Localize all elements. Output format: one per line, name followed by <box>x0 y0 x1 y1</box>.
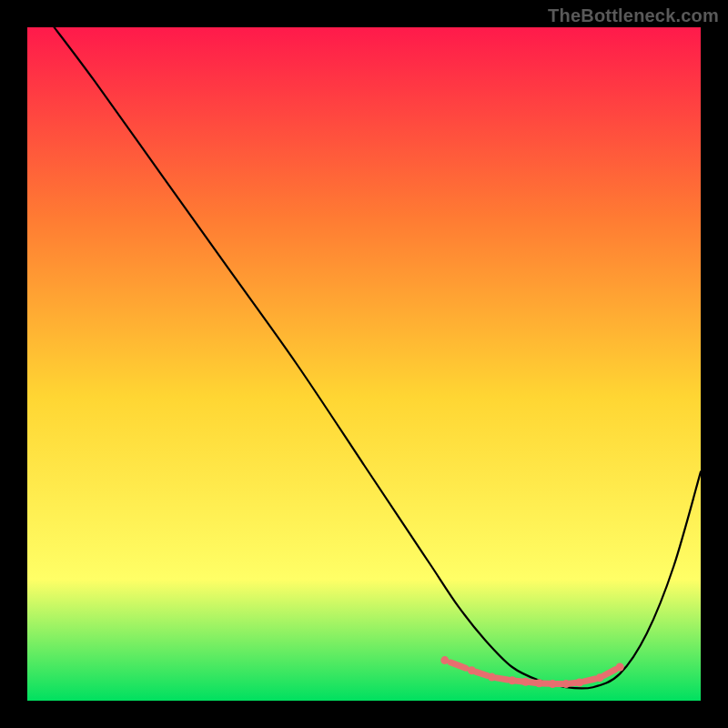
svg-line-7 <box>569 682 576 683</box>
svg-point-17 <box>562 680 571 688</box>
svg-line-3 <box>515 681 522 682</box>
chart-frame: TheBottleneck.com <box>0 0 728 728</box>
svg-point-19 <box>596 673 604 682</box>
svg-line-8 <box>584 679 595 682</box>
plot-area <box>27 27 701 701</box>
svg-point-14 <box>521 678 530 686</box>
plot-svg <box>27 27 701 701</box>
svg-line-2 <box>496 678 507 680</box>
svg-point-20 <box>616 663 624 672</box>
svg-point-11 <box>468 666 476 674</box>
svg-point-15 <box>535 679 543 687</box>
svg-line-4 <box>529 682 536 683</box>
svg-point-18 <box>575 679 583 687</box>
watermark-text: TheBottleneck.com <box>548 5 719 26</box>
svg-point-13 <box>508 676 516 684</box>
svg-point-16 <box>549 680 557 688</box>
svg-line-1 <box>476 672 487 675</box>
svg-point-12 <box>488 673 496 682</box>
svg-point-10 <box>440 656 449 664</box>
